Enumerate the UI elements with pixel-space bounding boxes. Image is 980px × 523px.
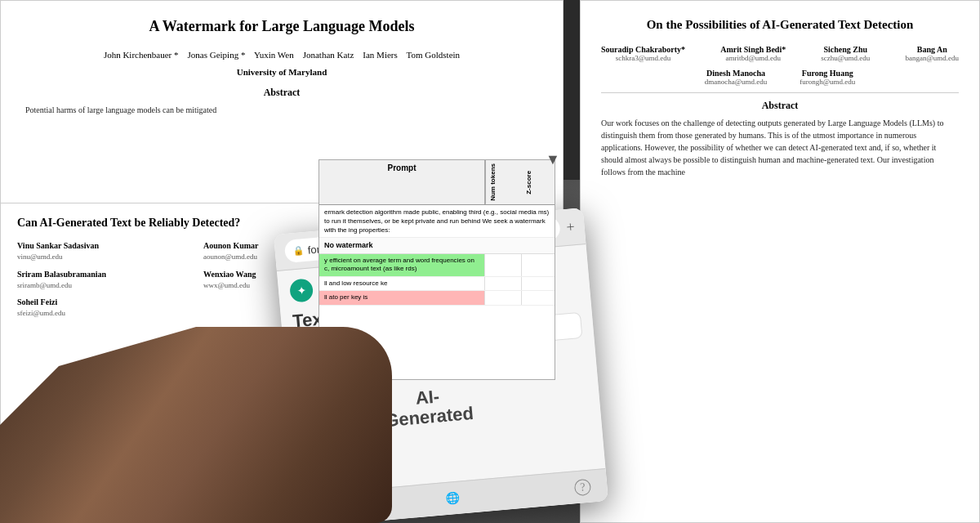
cell-plain: ll and low resource ke (319, 277, 485, 290)
paper3-divider (601, 92, 959, 93)
table-intro-text: ermark detection algorithm made public, … (319, 205, 555, 239)
paper3-author-1: Souradip Chakraborty* schkra3@umd.edu (601, 45, 685, 62)
paper3-author-6: Furong Huang furongh@umd.edu (800, 69, 855, 86)
col-num-header: Num tokens (485, 160, 522, 204)
paper3-author-4: Bang An bangan@umd.edu (905, 45, 959, 62)
author-5: Soheil Feizi sfeizi@umd.edu (17, 297, 197, 319)
author-5-name: Soheil Feizi (17, 297, 197, 308)
cell-z-1 (522, 254, 555, 276)
table-header: Prompt Num tokens Z-score (319, 160, 555, 205)
paper-possibilities: On the Possibilities of AI-Generated Tex… (580, 0, 980, 523)
paper1-authors: John Kirchenbauer * Jonas Geiping * Yuxi… (25, 48, 538, 63)
paper3-title: On the Possibilities of AI-Generated Tex… (601, 17, 959, 34)
paper3-author-3: Sicheng Zhu sczhu@umd.edu (821, 45, 870, 62)
question-icon[interactable]: ? (574, 478, 592, 496)
paper3-abstract-text: Our work focuses on the challenge of det… (601, 117, 959, 178)
paper3-authors-row1: Souradip Chakraborty* schkra3@umd.edu Am… (601, 45, 959, 62)
cell-num-3 (485, 291, 522, 304)
paper3-author-5: Dinesh Manocha dmanocha@umd.edu (705, 69, 768, 86)
cell-num-1 (485, 254, 522, 276)
table-body: ermark detection algorithm made public, … (319, 205, 555, 306)
author-1-email: vinu@umd.edu (17, 252, 197, 262)
lock-icon: 🔒 (292, 245, 305, 257)
cell-green: y efficient on average term and word fre… (319, 254, 485, 276)
paper3-abstract-heading: Abstract (601, 100, 959, 112)
author-1-name: Vinu Sankar Sadasivan (17, 240, 197, 252)
paper1-abstract-heading: Abstract (25, 87, 538, 99)
author-1: Vinu Sankar Sadasivan vinu@umd.edu (17, 240, 197, 262)
paper3-authors-row2: Dinesh Manocha dmanocha@umd.edu Furong H… (601, 69, 959, 86)
paper1-title: A Watermark for Large Language Models (25, 17, 538, 36)
cell-z-3 (522, 291, 555, 304)
phone-ai-label: AI-Generated (382, 384, 474, 431)
author-3: Sriram Balasubramanian sriramb@umd.edu (17, 269, 197, 291)
table-row-2: ll and low resource ke (319, 277, 555, 291)
cell-z-2 (522, 277, 555, 290)
paper1-institution: University of Maryland (25, 67, 538, 77)
openai-logo: ✦ (289, 278, 314, 302)
author-3-name: Sriram Balasubramanian (17, 269, 197, 280)
table-section-no-watermark: No watermark (319, 238, 555, 254)
table-row-3: ll ato per key is (319, 291, 555, 305)
globe-icon[interactable]: 🌐 (445, 491, 460, 506)
cell-num-2 (485, 277, 522, 290)
author-5-email: sfeizi@umd.edu (17, 308, 197, 319)
col-prompt-header: Prompt (319, 160, 485, 204)
arrow-icon: ▼ (546, 151, 560, 168)
cell-red: ll ato per key is (319, 291, 485, 304)
paper1-abstract-text: Potential harms of large language models… (25, 104, 538, 116)
paper3-author-2: Amrit Singh Bedi* amritbd@umd.edu (720, 45, 786, 62)
table-row-1: y efficient on average term and word fre… (319, 254, 555, 277)
phone-add-icon[interactable]: + (566, 218, 576, 236)
author-3-email: sriramb@umd.edu (17, 280, 197, 291)
